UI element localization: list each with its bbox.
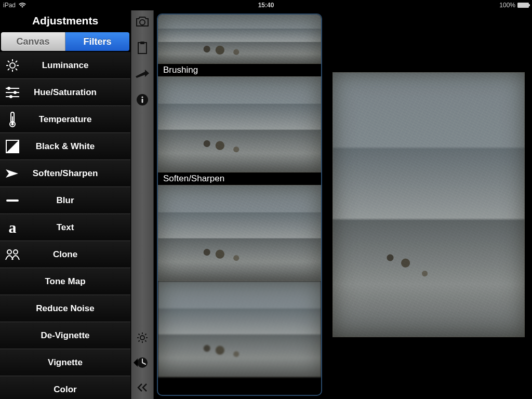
status-bar: iPad 15:40 100% [0,0,532,10]
filter-item-label: Reduce Noise [0,303,130,314]
filter-item-label: Black & White [25,141,130,152]
settings-button[interactable] [134,329,151,346]
clock: 15:40 [258,2,274,9]
tab-filters[interactable]: Filters [65,32,129,51]
filter-item-hue-saturation[interactable]: Hue/Saturation [0,79,130,106]
collapse-button[interactable] [134,379,151,396]
sliders-icon [0,86,25,99]
filter-item-soften-sharpen[interactable]: Soften/Sharpen [0,160,130,187]
filter-item-temperature[interactable]: Temperature [0,106,130,133]
filter-item-text[interactable]: aText [0,214,130,241]
svg-point-13 [14,91,17,94]
history-step[interactable] [158,281,321,377]
tab-canvas[interactable]: Canvas [1,32,65,51]
filter-item-label: Hue/Saturation [25,87,130,98]
svg-rect-28 [142,99,143,103]
history-step[interactable] [158,15,321,64]
battery-icon [517,3,529,8]
history-thumbnail [158,281,321,377]
filter-list: LuminanceHue/SaturationTemperatureBlack … [0,52,130,399]
battery-percent: 100% [499,2,515,9]
camera-button[interactable] [134,14,151,30]
svg-point-12 [7,87,10,90]
svg-line-6 [16,69,17,70]
filter-item-label: Color [0,384,130,395]
filter-item-luminance[interactable]: Luminance [0,52,130,79]
svg-rect-20 [6,200,19,202]
history-step-label: Soften/Sharpen [158,172,321,185]
bw-icon [0,139,25,154]
svg-rect-25 [140,42,144,44]
a-icon: a [0,220,25,235]
filter-item-label: Vignette [0,357,130,368]
clone-icon [0,247,25,262]
history-step-label: Brushing [158,64,321,76]
svg-rect-24 [138,43,147,54]
filter-item-blur[interactable]: Blur [0,187,130,214]
arrowhead-icon [0,168,25,179]
svg-line-36 [139,340,140,341]
filter-item-tone-map[interactable]: Tone Map [0,268,130,295]
history-step[interactable] [158,185,321,281]
filter-item-reduce-noise[interactable]: Reduce Noise [0,295,130,322]
filter-item-label: Tone Map [0,276,130,287]
history-thumbnail [158,76,321,172]
device-label: iPad [3,2,16,9]
svg-point-0 [10,63,15,68]
svg-point-29 [140,336,144,340]
tool-rail [131,10,154,399]
dash-icon [0,198,25,203]
wifi-icon [19,2,26,8]
history-preview-panel: BrushingSoften/Sharpen [154,10,325,399]
svg-point-17 [11,123,14,125]
canvas-area[interactable] [325,10,532,399]
filter-item-label: Blur [25,195,130,206]
svg-line-5 [8,61,9,62]
svg-line-7 [8,69,9,70]
filter-item-color[interactable]: Color [0,376,130,399]
svg-line-37 [145,334,146,335]
canvas-image [332,72,525,337]
svg-point-22 [14,250,18,254]
info-button[interactable] [134,91,151,108]
svg-point-14 [9,95,12,98]
sun-icon [0,58,25,73]
svg-line-8 [16,61,17,62]
history-preview-list[interactable]: BrushingSoften/Sharpen [157,14,322,396]
filter-item-label: De-Vignette [0,330,130,341]
filter-item-label: Text [25,222,130,233]
history-button[interactable] [134,354,151,371]
panel-title: Adjustments [0,10,130,32]
filter-item-label: Temperature [25,114,130,125]
filter-item-black-white[interactable]: Black & White [0,133,130,160]
clipboard-button[interactable] [134,39,151,56]
active-indicator [134,358,138,367]
canvas-filters-tabs: Canvas Filters [1,32,129,51]
filter-item-label: Soften/Sharpen [25,168,130,179]
filter-item-vignette[interactable]: Vignette [0,349,130,376]
adjustments-panel: Adjustments Canvas Filters LuminanceHue/… [0,10,131,399]
svg-line-34 [139,334,140,335]
share-button[interactable] [134,65,151,82]
filter-item-clone[interactable]: Clone [0,241,130,268]
filter-item-label: Luminance [25,60,130,71]
filter-item-label: Clone [25,249,130,260]
history-thumbnail [158,185,321,281]
svg-point-23 [140,20,145,25]
svg-point-27 [141,96,143,98]
history-thumbnail [158,15,321,64]
history-step[interactable] [158,76,321,172]
svg-line-35 [145,340,146,341]
svg-point-21 [7,250,11,254]
thermometer-icon [0,111,25,128]
filter-item-de-vignette[interactable]: De-Vignette [0,322,130,349]
